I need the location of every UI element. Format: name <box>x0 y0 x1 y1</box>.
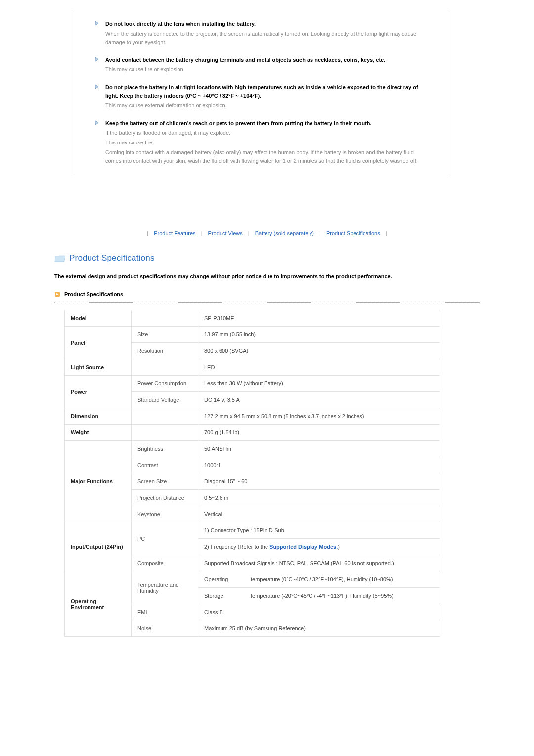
spec-value: 800 x 600 (SVGA) <box>198 343 440 359</box>
spec-row-header: Light Source <box>65 359 132 376</box>
nav-link-views[interactable]: Product Views <box>208 230 243 236</box>
spec-subheader: Noise <box>132 620 198 637</box>
divider <box>54 302 480 303</box>
safety-item: Avoid contact between the battery chargi… <box>94 56 430 74</box>
nav-link-battery[interactable]: Battery (sold separately) <box>255 230 314 236</box>
spec-value: DC 14 V, 3.5 A <box>198 392 440 408</box>
table-row: Power Power Consumption Less than 30 W (… <box>65 376 440 392</box>
spec-value: 127.2 mm x 94.5 mm x 50.8 mm (5 inches x… <box>198 408 440 425</box>
spec-value: 50 ANSI lm <box>198 441 440 457</box>
bullet-arrow-icon <box>94 84 99 110</box>
safety-desc: Coming into contact with a damaged batte… <box>105 148 430 166</box>
env-inner-table: Operating temperature (0°C~40°C / 32°F~1… <box>198 571 440 604</box>
safety-desc: This may cause fire or explosion. <box>105 65 385 74</box>
spec-subheader: Composite <box>132 555 198 571</box>
subheader: Product Specifications <box>54 291 480 297</box>
section-nav: | Product Features | Product Views | Bat… <box>54 230 480 236</box>
spec-row-header: Weight <box>65 425 132 441</box>
safety-title: Keep the battery out of children's reach… <box>105 119 430 128</box>
safety-warnings-box: Do not look directly at the lens when in… <box>72 10 447 176</box>
table-row: Panel Size 13.97 mm (0.55 inch) <box>65 327 440 343</box>
safety-desc: This may cause external deformation or e… <box>105 101 430 110</box>
spec-subheader: Standard Voltage <box>132 392 198 408</box>
table-row: Operating Environment Temperature and Hu… <box>65 571 440 604</box>
spec-subheader: Projection Distance <box>132 490 198 506</box>
spec-value: 13.97 mm (0.55 inch) <box>198 327 440 343</box>
spec-value: Less than 30 W (without Battery) <box>198 376 440 392</box>
table-row: Input/Output (24Pin) PC 1) Connector Typ… <box>65 522 440 539</box>
svg-marker-2 <box>95 85 98 89</box>
bullet-arrow-icon <box>94 120 99 166</box>
supported-modes-link[interactable]: Supported Display Modes. <box>269 544 338 550</box>
spec-value: Vertical <box>198 506 440 522</box>
table-row: Light Source LED <box>65 359 440 376</box>
nav-link-features[interactable]: Product Features <box>154 230 195 236</box>
svg-marker-3 <box>95 121 98 125</box>
spec-value: 2) Frequency (Refer to the Supported Dis… <box>198 539 440 555</box>
spec-subheader: Temperature and Humidity <box>132 571 198 604</box>
spec-row-header: Panel <box>65 327 132 359</box>
spec-value: Class B <box>198 604 440 620</box>
spec-row-header: Major Functions <box>65 441 132 522</box>
spec-table: Model SP-P310ME Panel Size 13.97 mm (0.5… <box>64 310 440 637</box>
spec-value: 1) Connector Type : 15Pin D-Sub <box>198 522 440 539</box>
env-label: Operating <box>198 571 245 588</box>
spec-value: Diagonal 15" ~ 60" <box>198 473 440 490</box>
safety-desc: When the battery is connected to the pro… <box>105 30 430 47</box>
safety-title: Do not look directly at the lens when in… <box>105 20 430 29</box>
nav-link-specs[interactable]: Product Specifications <box>326 230 380 236</box>
spec-subheader: Resolution <box>132 343 198 359</box>
section-title: Product Specifications <box>69 253 155 263</box>
bullet-arrow-icon <box>94 21 99 47</box>
subheader-text: Product Specifications <box>64 291 123 297</box>
safety-item: Do not look directly at the lens when in… <box>94 20 430 47</box>
intro-note: The external design and product specific… <box>54 272 480 281</box>
table-row: Major Functions Brightness 50 ANSI lm <box>65 441 440 457</box>
table-row: Model SP-P310ME <box>65 310 440 327</box>
spec-value: 1000:1 <box>198 457 440 473</box>
spec-value: Maximum 25 dB (by Samsung Reference) <box>198 620 440 637</box>
safety-item: Keep the battery out of children's reach… <box>94 119 430 166</box>
bullet-arrow-icon <box>94 57 99 74</box>
folder-icon <box>54 254 65 263</box>
spec-row-header: Operating Environment <box>65 571 132 637</box>
svg-marker-0 <box>95 21 98 25</box>
spec-value: LED <box>198 359 440 376</box>
safety-title: Avoid contact between the battery chargi… <box>105 56 385 65</box>
safety-title: Do not place the battery in air-tight lo… <box>105 83 430 100</box>
spec-subheader: Contrast <box>132 457 198 473</box>
section-header: Product Specifications <box>54 253 480 263</box>
table-row: Weight 700 g (1.54 lb) <box>65 425 440 441</box>
spec-value: 700 g (1.54 lb) <box>198 425 440 441</box>
spec-subheader: Screen Size <box>132 473 198 490</box>
spec-subheader: PC <box>132 522 198 555</box>
table-row: Dimension 127.2 mm x 94.5 mm x 50.8 mm (… <box>65 408 440 425</box>
spec-row-header: Input/Output (24Pin) <box>65 522 132 571</box>
safety-item: Do not place the battery in air-tight lo… <box>94 83 430 110</box>
spec-subheader: Size <box>132 327 198 343</box>
safety-desc: If the battery is flooded or damaged, it… <box>105 129 430 138</box>
spec-row-header: Power <box>65 376 132 408</box>
safety-desc: This may cause fire. <box>105 139 430 147</box>
env-label: Storage <box>198 588 245 604</box>
spec-subheader: Keystone <box>132 506 198 522</box>
spec-row-header: Dimension <box>65 408 132 425</box>
spec-subheader: Brightness <box>132 441 198 457</box>
spec-value: Supported Broadcast Signals : NTSC, PAL,… <box>198 555 440 571</box>
env-value: temperature (0°C~40°C / 32°F~104°F), Hum… <box>245 571 440 588</box>
env-value: temperature (-20°C~45°C / -4°F~113°F), H… <box>245 588 440 604</box>
spec-subheader: EMI <box>132 604 198 620</box>
spec-value: 0.5~2.8 m <box>198 490 440 506</box>
spec-row-header: Model <box>65 310 132 327</box>
spec-subheader: Power Consumption <box>132 376 198 392</box>
spec-value: SP-P310ME <box>198 310 440 327</box>
square-bullet-icon <box>54 291 60 297</box>
svg-marker-1 <box>95 57 98 61</box>
